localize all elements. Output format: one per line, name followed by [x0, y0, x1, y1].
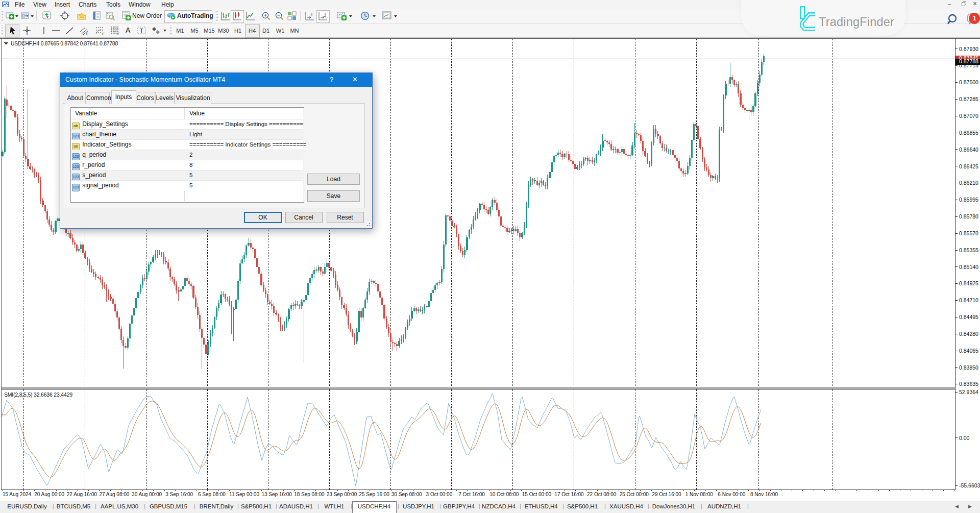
svg-text:18 Sep 08:00: 18 Sep 08:00 — [294, 492, 325, 497]
svg-text:6 Nov 00:00: 6 Nov 00:00 — [718, 492, 745, 497]
svg-text:0.84925: 0.84925 — [959, 280, 978, 286]
svg-text:0.87070: 0.87070 — [959, 113, 978, 119]
svg-text:0.86425: 0.86425 — [959, 163, 978, 169]
svg-text:0.84710: 0.84710 — [959, 297, 978, 303]
svg-text:17 Oct 16:00: 17 Oct 16:00 — [554, 492, 584, 497]
svg-text:0.83850: 0.83850 — [959, 364, 978, 371]
svg-text:0.84495: 0.84495 — [959, 314, 978, 320]
svg-text:3 Sep 16:00: 3 Sep 16:00 — [165, 492, 193, 497]
svg-text:25 Sep 16:00: 25 Sep 16:00 — [359, 492, 389, 497]
svg-text:22 Aug 16:00: 22 Aug 16:00 — [67, 492, 97, 497]
svg-text:0.85140: 0.85140 — [959, 264, 978, 270]
svg-text:0.83635: 0.83635 — [959, 381, 978, 387]
svg-text:3 Oct 00:00: 3 Oct 00:00 — [426, 492, 453, 497]
svg-text:0.87285: 0.87285 — [959, 96, 978, 102]
svg-text:0.84065: 0.84065 — [959, 348, 978, 354]
svg-text:6 Sep 08:00: 6 Sep 08:00 — [198, 492, 226, 497]
svg-text:27 Aug 08:00: 27 Aug 08:00 — [99, 492, 129, 497]
svg-text:15 Aug 2024: 15 Aug 2024 — [3, 492, 32, 497]
svg-text:1 Nov 08:00: 1 Nov 08:00 — [685, 492, 713, 497]
svg-text:20 Aug 00:00: 20 Aug 00:00 — [34, 492, 64, 497]
svg-text:29 Oct 16:00: 29 Oct 16:00 — [652, 492, 681, 497]
svg-text:SMI(2,8,5,5) 32.6636 23.4429: SMI(2,8,5,5) 32.6636 23.4429 — [4, 392, 72, 398]
svg-text:0.00: 0.00 — [959, 435, 970, 441]
svg-text:0.84280: 0.84280 — [959, 331, 978, 337]
svg-text:11 Sep 00:00: 11 Sep 00:00 — [229, 492, 259, 497]
svg-text:30 Sep 08:00: 30 Sep 08:00 — [391, 492, 422, 497]
svg-text:T: T — [140, 28, 143, 34]
svg-text:0.86855: 0.86855 — [959, 130, 978, 136]
svg-text:0.85780: 0.85780 — [959, 213, 978, 219]
svg-text:0.87930: 0.87930 — [959, 46, 978, 52]
svg-text:0.86210: 0.86210 — [959, 180, 978, 186]
svg-text:0.86640: 0.86640 — [959, 146, 978, 153]
svg-text:F: F — [117, 32, 120, 36]
svg-text:7 Oct 16:00: 7 Oct 16:00 — [458, 492, 485, 497]
svg-text:-55.6603: -55.6603 — [959, 482, 980, 488]
svg-text:0.85995: 0.85995 — [959, 197, 978, 203]
svg-text:USDCHF,H4 0.87665 0.87842 0.8: USDCHF,H4 0.87665 0.87842 0.87641 0.8778… — [11, 41, 118, 46]
svg-text:23 Sep 00:00: 23 Sep 00:00 — [327, 492, 357, 497]
svg-text:0.87500: 0.87500 — [959, 79, 978, 85]
svg-text:15 Oct 00:00: 15 Oct 00:00 — [522, 492, 552, 497]
svg-text:13 Sep 16:00: 13 Sep 16:00 — [261, 492, 292, 497]
svg-text:22 Oct 08:00: 22 Oct 08:00 — [587, 492, 617, 497]
svg-text:0.85570: 0.85570 — [959, 230, 978, 236]
svg-text:10 Oct 08:00: 10 Oct 08:00 — [489, 492, 519, 497]
svg-text:30 Aug 00:00: 30 Aug 00:00 — [132, 492, 162, 497]
svg-text:0.87788: 0.87788 — [959, 58, 978, 64]
svg-text:F: F — [102, 32, 105, 36]
svg-text:8 Nov 16:00: 8 Nov 16:00 — [750, 492, 778, 497]
svg-text:0.85355: 0.85355 — [959, 247, 978, 253]
svg-text:25 Oct 00:00: 25 Oct 00:00 — [620, 492, 649, 497]
svg-text:E: E — [86, 32, 88, 36]
svg-text:52.9364: 52.9364 — [959, 389, 978, 395]
